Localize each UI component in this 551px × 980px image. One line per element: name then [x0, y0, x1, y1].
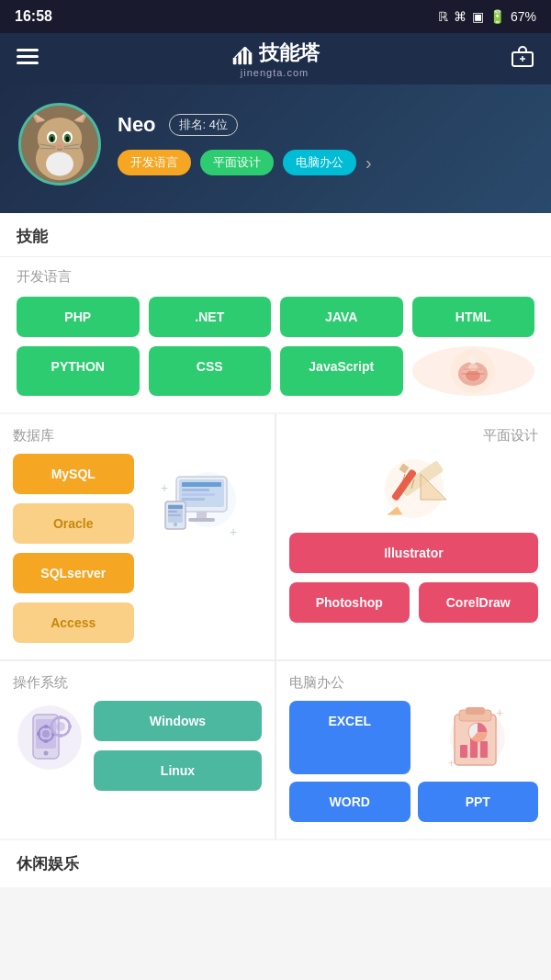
status-icons: ℝ ⌘ ▣ 🔋 67%	[438, 9, 536, 24]
office-image: + +	[418, 701, 539, 774]
svg-text:+: +	[230, 524, 237, 539]
svg-rect-47	[197, 512, 207, 519]
skill-php[interactable]: PHP	[17, 297, 140, 337]
svg-rect-52	[168, 511, 177, 513]
skill-python[interactable]: PYTHON	[17, 346, 140, 396]
svg-rect-74	[37, 732, 40, 736]
skill-photoshop[interactable]: Photoshop	[289, 582, 410, 623]
os-title: 操作系统	[13, 674, 262, 692]
svg-rect-51	[168, 505, 183, 509]
svg-rect-43	[182, 482, 221, 487]
dev-skills-grid: PHP .NET JAVA HTML PYTHON CSS JavaScript	[17, 297, 534, 396]
avatar	[18, 103, 101, 186]
office-panel: 电脑办公 EXCEL	[276, 661, 551, 839]
os-image	[13, 701, 86, 774]
db-buttons: MySQL Oracle SQLserver Access	[13, 454, 134, 643]
svg-rect-48	[188, 518, 215, 522]
design-panel: 平面设计 Illustrator Photoshop CorelDra	[276, 414, 551, 659]
skill-mysql[interactable]: MySQL	[13, 454, 134, 494]
svg-point-36	[468, 364, 478, 371]
skill-ppt[interactable]: PPT	[418, 782, 539, 822]
svg-rect-79	[59, 734, 62, 738]
design-image	[289, 454, 538, 527]
wifi-icon: ⌘	[454, 9, 467, 24]
svg-rect-80	[50, 725, 53, 728]
svg-rect-44	[182, 489, 209, 491]
profile-name: Neo	[118, 113, 156, 137]
bag-icon[interactable]	[511, 45, 534, 73]
bottom-grid: 数据库 MySQL Oracle SQLserver Access	[0, 414, 551, 839]
skill-oracle[interactable]: Oracle	[13, 503, 134, 544]
svg-rect-53	[168, 514, 181, 516]
svg-rect-46	[182, 498, 205, 501]
tags-arrow[interactable]: ›	[365, 152, 372, 174]
svg-point-24	[51, 137, 54, 142]
svg-point-25	[66, 137, 70, 142]
skill-html[interactable]: HTML	[412, 297, 535, 337]
logo-text: 技能塔	[259, 39, 320, 67]
svg-point-77	[56, 722, 65, 731]
tag-program[interactable]: 开发语言	[118, 150, 191, 175]
os-content: Windows Linux	[13, 701, 262, 791]
bluetooth-icon: ℝ	[438, 9, 448, 24]
svg-point-26	[57, 144, 62, 148]
logo-sub: jinengta.com	[241, 67, 309, 78]
skill-css[interactable]: CSS	[149, 346, 272, 396]
os-panel: 操作系统	[0, 661, 275, 839]
skill-java[interactable]: JAVA	[280, 297, 403, 337]
skill-coreldraw[interactable]: CorelDraw	[419, 582, 539, 623]
svg-rect-2	[17, 62, 39, 64]
header-logo: 技能塔 jinengta.com	[230, 39, 320, 78]
os-buttons: Windows Linux	[94, 701, 262, 791]
skill-illustrator[interactable]: Illustrator	[289, 533, 538, 573]
skill-word[interactable]: WORD	[289, 782, 410, 822]
skill-sqlserver[interactable]: SQLserver	[13, 553, 134, 593]
svg-point-31	[46, 152, 73, 175]
office-title: 电脑办公	[289, 674, 538, 692]
svg-rect-72	[44, 725, 48, 728]
tag-office[interactable]: 电脑办公	[283, 150, 356, 175]
design-title: 平面设计	[483, 427, 538, 445]
svg-rect-5	[243, 47, 247, 64]
profile-tags: 开发语言 平面设计 电脑办公 ›	[118, 150, 533, 175]
office-content: EXCEL	[289, 701, 538, 822]
skill-excel[interactable]: EXCEL	[289, 701, 410, 774]
svg-point-35	[466, 370, 480, 381]
svg-rect-73	[44, 739, 48, 743]
svg-rect-88	[480, 741, 488, 758]
svg-rect-3	[233, 58, 237, 64]
battery-percent: 67%	[511, 9, 536, 24]
skill-javascript[interactable]: JavaScript	[280, 346, 403, 396]
design-buttons: Illustrator Photoshop CorelDraw	[289, 533, 538, 623]
svg-rect-86	[460, 745, 467, 758]
svg-point-71	[42, 730, 50, 738]
battery-icon: 🔋	[489, 9, 505, 24]
menu-icon[interactable]	[17, 47, 39, 71]
skill-linux[interactable]: Linux	[94, 750, 262, 791]
profile-info: Neo 排名: 4位 开发语言 平面设计 电脑办公 ›	[118, 113, 533, 175]
profile-section: Neo 排名: 4位 开发语言 平面设计 电脑办公 ›	[0, 84, 551, 213]
header: 技能塔 jinengta.com	[0, 33, 551, 84]
database-title: 数据库	[13, 427, 262, 445]
svg-rect-1	[17, 55, 39, 58]
skill-windows[interactable]: Windows	[94, 701, 262, 741]
svg-point-39	[469, 356, 477, 364]
shell-icon-cell	[412, 346, 535, 396]
database-panel: 数据库 MySQL Oracle SQLserver Access	[0, 414, 275, 659]
svg-text:+: +	[496, 705, 503, 720]
skill-access[interactable]: Access	[13, 603, 134, 643]
tag-design[interactable]: 平面设计	[200, 150, 274, 175]
dev-languages-section: 开发语言 PHP .NET JAVA HTML PYTHON CSS JavaS…	[0, 257, 551, 412]
svg-point-54	[174, 523, 177, 526]
sim-icon: ▣	[472, 9, 484, 24]
db-image: + +	[141, 454, 263, 546]
svg-point-69	[44, 751, 49, 756]
status-time: 16:58	[15, 8, 52, 25]
profile-name-row: Neo 排名: 4位	[118, 113, 533, 137]
svg-text:+: +	[161, 480, 168, 495]
svg-rect-81	[68, 725, 72, 728]
svg-rect-45	[182, 493, 215, 496]
skill-net[interactable]: .NET	[149, 297, 272, 337]
svg-text:+: +	[448, 757, 455, 770]
svg-rect-85	[466, 707, 485, 715]
